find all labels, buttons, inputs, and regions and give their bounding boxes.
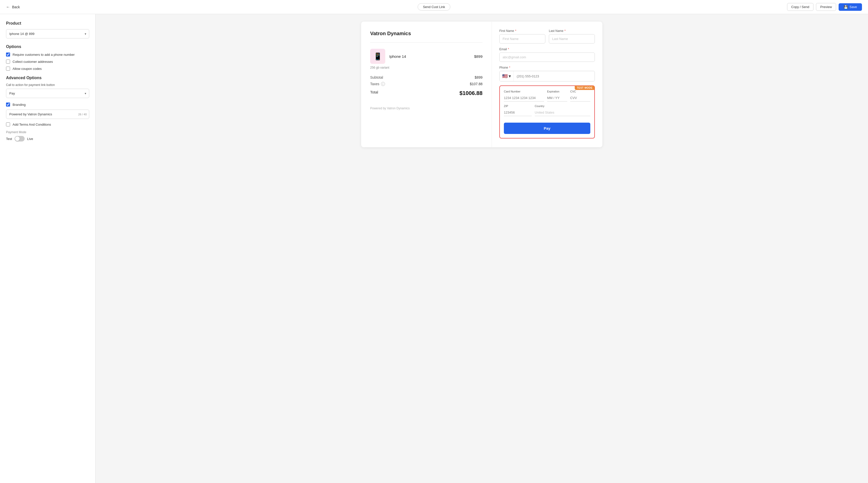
expiration-label: Expiration bbox=[547, 90, 567, 93]
payment-card: Vatron Dynamics 📱 Iphone 14 $899 256 gb … bbox=[361, 22, 602, 147]
main-layout: Product Iphone 14 @ 899 ▾ Options Requir… bbox=[0, 14, 868, 483]
last-name-required-star: * bbox=[564, 29, 566, 33]
taxes-row: Taxes i $107.88 bbox=[370, 82, 483, 86]
branding-checkbox[interactable] bbox=[6, 102, 10, 107]
advanced-section-title: Advanced Options bbox=[6, 76, 89, 80]
live-mode-label: Live bbox=[27, 137, 33, 141]
product-section-title: Product bbox=[6, 21, 89, 26]
product-select[interactable]: Iphone 14 @ 899 bbox=[6, 29, 89, 38]
last-name-input[interactable] bbox=[549, 34, 595, 43]
total-label: Total bbox=[370, 90, 378, 96]
branding-label: Branding bbox=[12, 103, 26, 107]
preview-button[interactable]: Preview bbox=[816, 3, 836, 11]
zip-input[interactable] bbox=[504, 109, 532, 116]
branding-char-count: 26 / 40 bbox=[78, 113, 87, 116]
email-group: Email * bbox=[499, 48, 595, 62]
powered-by-text: Powered by Vatron Dynamics bbox=[370, 107, 483, 110]
option-address-row[interactable]: Collect customer addresses bbox=[6, 60, 89, 64]
taxes-label: Taxes i bbox=[370, 82, 385, 86]
back-button[interactable]: ← Back bbox=[6, 5, 20, 9]
email-input[interactable] bbox=[499, 53, 595, 62]
options-section-title: Options bbox=[6, 44, 89, 49]
option-phone-row[interactable]: Require customers to add a phone number bbox=[6, 53, 89, 57]
option-phone-checkbox[interactable] bbox=[6, 53, 10, 57]
payment-summary-panel: Vatron Dynamics 📱 Iphone 14 $899 256 gb … bbox=[361, 22, 492, 147]
back-label: Back bbox=[12, 5, 20, 9]
phone-label: Phone * bbox=[499, 66, 595, 69]
payment-mode-toggle[interactable] bbox=[14, 136, 25, 142]
zip-country-row: ZIP Country bbox=[504, 104, 590, 116]
product-row: 📱 Iphone 14 $899 bbox=[370, 49, 483, 64]
cvc-label: CVC bbox=[570, 90, 590, 93]
product-select-wrapper: Iphone 14 @ 899 ▾ bbox=[6, 29, 89, 38]
product-name: Iphone 14 bbox=[389, 54, 470, 59]
save-button[interactable]: 💾 Save bbox=[839, 3, 862, 11]
last-name-group: Last Name * bbox=[549, 29, 595, 43]
card-number-input[interactable] bbox=[504, 94, 544, 101]
payment-mode-toggle-row: Test Live bbox=[6, 136, 89, 142]
cvc-group: CVC bbox=[570, 90, 590, 101]
toggle-knob bbox=[15, 137, 20, 141]
back-arrow-icon: ← bbox=[6, 5, 10, 9]
test-mode-badge: TEST MODE bbox=[575, 86, 595, 90]
phone-flag-selector[interactable]: 🇺🇸 ▾ bbox=[500, 71, 514, 81]
branding-input-wrapper: 26 / 40 bbox=[6, 110, 89, 119]
app-header: ← Back Send Cust Link Copy / Send Previe… bbox=[0, 0, 868, 14]
phone-input-wrapper: 🇺🇸 ▾ bbox=[499, 71, 595, 82]
subtotal-row: Subtotal $899 bbox=[370, 76, 483, 80]
send-cust-link-button[interactable]: Send Cust Link bbox=[418, 3, 450, 10]
phone-required-star: * bbox=[509, 66, 510, 69]
option-address-checkbox[interactable] bbox=[6, 60, 10, 64]
divider bbox=[370, 42, 483, 43]
cvc-input[interactable] bbox=[570, 94, 590, 101]
zip-group: ZIP bbox=[504, 104, 532, 116]
option-coupon-label: Allow coupon codes bbox=[12, 67, 42, 71]
sidebar: Product Iphone 14 @ 899 ▾ Options Requir… bbox=[0, 14, 95, 483]
cta-select[interactable]: Pay bbox=[6, 89, 89, 98]
phone-group: Phone * 🇺🇸 ▾ bbox=[499, 66, 595, 82]
name-fields-row: First Name * Last Name * bbox=[499, 29, 595, 43]
branding-row: Branding bbox=[6, 102, 89, 107]
country-group: Country bbox=[535, 104, 590, 116]
terms-row[interactable]: Add Terms And Conditions bbox=[6, 122, 89, 126]
expiration-input[interactable] bbox=[547, 94, 567, 101]
subtotal-label: Subtotal bbox=[370, 76, 383, 80]
option-address-label: Collect customer addresses bbox=[12, 60, 53, 64]
terms-checkbox[interactable] bbox=[6, 122, 10, 126]
card-section: TEST MODE Card Number Expiration CVC bbox=[499, 85, 595, 139]
taxes-info-icon[interactable]: i bbox=[381, 82, 385, 86]
phone-flag-chevron-icon: ▾ bbox=[509, 73, 511, 79]
first-name-input[interactable] bbox=[499, 34, 545, 43]
email-label: Email * bbox=[499, 48, 595, 51]
email-required-star: * bbox=[508, 48, 509, 51]
product-price: $899 bbox=[474, 54, 483, 59]
copy-send-button[interactable]: Copy / Send bbox=[787, 3, 814, 11]
option-coupon-checkbox[interactable] bbox=[6, 67, 10, 71]
phone-number-input[interactable] bbox=[514, 72, 595, 81]
card-number-row: Card Number Expiration CVC bbox=[504, 90, 590, 101]
product-image: 📱 bbox=[370, 49, 385, 64]
first-name-label: First Name * bbox=[499, 29, 545, 33]
country-input[interactable] bbox=[535, 109, 590, 116]
terms-label: Add Terms And Conditions bbox=[12, 123, 51, 126]
pay-button[interactable]: Pay bbox=[504, 123, 590, 134]
payment-form-panel: First Name * Last Name * bbox=[492, 22, 602, 147]
cta-label: Call to action for payment link button bbox=[6, 83, 89, 87]
card-number-group: Card Number bbox=[504, 90, 544, 101]
country-label: Country bbox=[535, 104, 590, 108]
last-name-label: Last Name * bbox=[549, 29, 595, 33]
branding-text-input[interactable] bbox=[6, 110, 89, 119]
expiration-group: Expiration bbox=[547, 90, 567, 101]
cta-select-wrapper: Pay ▾ bbox=[6, 89, 89, 98]
card-number-label: Card Number bbox=[504, 90, 544, 93]
us-flag-icon: 🇺🇸 bbox=[502, 73, 508, 79]
preview-area: Vatron Dynamics 📱 Iphone 14 $899 256 gb … bbox=[95, 14, 868, 483]
payment-mode-label: Payment Mode bbox=[6, 130, 89, 134]
first-name-group: First Name * bbox=[499, 29, 545, 43]
header-center: Send Cust Link bbox=[418, 3, 450, 10]
brand-name: Vatron Dynamics bbox=[370, 31, 483, 36]
product-variant: 256 gb variant bbox=[370, 66, 483, 69]
option-coupon-row[interactable]: Allow coupon codes bbox=[6, 67, 89, 71]
first-name-required-star: * bbox=[515, 29, 517, 33]
zip-label: ZIP bbox=[504, 104, 532, 108]
